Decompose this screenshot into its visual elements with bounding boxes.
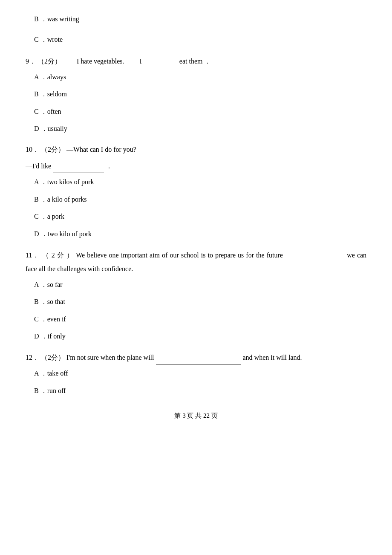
page-footer: 第 3 页 共 22 页	[26, 410, 366, 422]
question-10-text-line2: —I'd like ．	[26, 159, 366, 173]
q12-text-before: I'm not sure when the plane will	[66, 354, 154, 361]
option-c-wrote: C ．wrote	[26, 33, 366, 46]
q12-blank	[156, 350, 241, 364]
q10-option-b: B ．a kilo of porks	[34, 193, 366, 206]
q10-number: 10．	[26, 146, 39, 153]
footer-text: 第 3 页 共 22 页	[174, 412, 217, 419]
q9-option-b: B ．seldom	[34, 88, 366, 101]
option-text: C ．wrote	[34, 33, 366, 46]
q10-option-d: D ．two kilo of pork	[34, 228, 366, 240]
q11-option-b: B ．so that	[34, 295, 366, 308]
q11-option-a: A ．so far	[34, 278, 366, 291]
q9-option-d: D ．usually	[34, 122, 366, 135]
q10-line2: —I'd like	[26, 162, 51, 170]
question-11: 11． （ 2 分 ） We believe one important aim…	[26, 248, 366, 343]
q9-text-after: eat them ．	[179, 58, 211, 65]
question-9: 9． （2分） ——I hate vegetables.—— I eat the…	[26, 54, 366, 136]
q9-option-c: C ．often	[34, 105, 366, 118]
q12-number: 12．	[26, 354, 39, 361]
q9-blank	[144, 54, 178, 68]
q10-points: （2分）	[41, 146, 65, 153]
question-11-text: 11． （ 2 分 ） We believe one important aim…	[26, 248, 366, 276]
q12-option-a: A ．take off	[34, 367, 366, 380]
q11-number: 11．	[26, 251, 40, 259]
q11-option-d: D ．if only	[34, 330, 366, 343]
question-12-text: 12． （2分） I'm not sure when the plane wil…	[26, 350, 366, 364]
option-b-was-writing: B ．was writing	[26, 13, 366, 26]
option-text: B ．was writing	[34, 13, 366, 26]
q11-points: （ 2 分 ）	[42, 251, 74, 259]
q9-text-before: ——I hate vegetables.—— I	[63, 58, 142, 65]
question-9-text: 9． （2分） ——I hate vegetables.—— I eat the…	[26, 54, 366, 68]
q12-points: （2分）	[41, 354, 65, 361]
q11-option-c: C ．even if	[34, 313, 366, 326]
question-10: 10． （2分） —What can I do for you? —I'd li…	[26, 143, 366, 240]
q10-option-a: A ．two kilos of pork	[34, 176, 366, 188]
q12-text-after: and when it will land.	[243, 354, 302, 361]
q11-blank	[285, 248, 345, 262]
q9-points: （2分）	[37, 58, 61, 65]
q10-line2-end: ．	[106, 162, 112, 170]
q12-option-b: B ．run off	[34, 384, 366, 397]
q9-number: 9．	[26, 58, 36, 65]
q9-option-a: A ．always	[34, 71, 366, 84]
q10-option-c: C ．a pork	[34, 210, 366, 223]
q10-line1: —What can I do for you?	[66, 146, 136, 153]
q10-blank	[53, 159, 104, 173]
question-10-text-line1: 10． （2分） —What can I do for you?	[26, 143, 366, 156]
question-12: 12． （2分） I'm not sure when the plane wil…	[26, 350, 366, 397]
q11-text: We believe one important aim of our scho…	[76, 251, 283, 259]
